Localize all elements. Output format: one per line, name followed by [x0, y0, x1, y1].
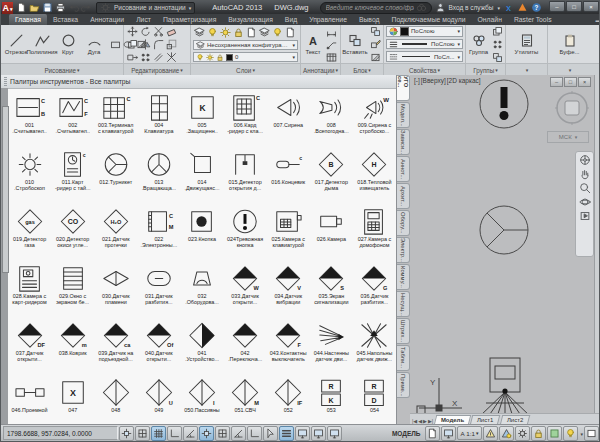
workspace-switcher[interactable]: Рисование и аннотации [96, 2, 195, 14]
draw-button-arc[interactable]: Дуга [81, 27, 107, 61]
palette-item-013[interactable]: 013 .Вращающа... [137, 149, 180, 206]
palette-tab-УГОсе[interactable]: УГО се... [397, 75, 410, 101]
erase-icon[interactable] [165, 25, 177, 37]
search-input[interactable] [324, 3, 416, 12]
palette-item-020[interactable]: CO020.Детектор окиси угле... [51, 206, 94, 263]
palette-item-044[interactable]: 044.Настенны датчик дви... [310, 320, 353, 377]
polar-toggle[interactable] [183, 426, 198, 441]
orbit-icon[interactable] [579, 196, 591, 208]
ribbon-tab-главная[interactable]: Главная [9, 14, 47, 25]
ribbon-tab-управление[interactable]: Управление [303, 14, 353, 25]
layout-quickview-button[interactable] [425, 426, 440, 441]
palette-item-010[interactable]: 010 .Стробоскоп [8, 149, 51, 206]
ribbon-tab-лист[interactable]: Лист [130, 14, 157, 25]
coordinates-display[interactable]: 1798.6688, 957.0284, 0.0000 [3, 426, 118, 440]
insert-icon[interactable] [491, 51, 503, 63]
palette-tab-Электр[interactable]: Электр... [397, 237, 410, 263]
hatch-icon[interactable] [369, 51, 381, 63]
ducs-toggle[interactable] [247, 426, 262, 441]
layer-config-dropdown[interactable]: Несохраненная конфигурация сло [193, 40, 298, 50]
leader-icon[interactable] [325, 38, 337, 50]
osnap3d-toggle[interactable] [215, 426, 230, 441]
palette-item-021[interactable]: H₂O021.Датчик протечки [94, 206, 137, 263]
palette-item-001[interactable]: CB001 .Считывател.. [8, 92, 51, 149]
drawing-quickview-button[interactable] [441, 426, 456, 441]
pan-hand-icon[interactable] [579, 168, 591, 180]
palette-item-023[interactable]: 023.Кнопка [180, 206, 223, 263]
copy-icon[interactable] [491, 25, 503, 37]
palette-item-039[interactable]: ca039.Датчик на подъездной... [94, 320, 137, 377]
palette-item-054[interactable]: RD054 [353, 377, 396, 424]
isolate-objects-button[interactable] [547, 426, 562, 441]
stretch-icon[interactable] [126, 51, 138, 63]
palette-item-042[interactable]: 042 .Переключа... [224, 320, 267, 377]
save-file-icon[interactable] [42, 2, 54, 13]
palette-item-038[interactable]: m038.Коврик [51, 320, 94, 377]
explode-icon[interactable] [165, 51, 177, 63]
palette-item-014[interactable]: 014 .Движущаяс... [180, 149, 223, 206]
close-button[interactable]: × [583, 1, 599, 12]
utilities-button[interactable]: Утилиты [514, 27, 540, 61]
sheet-icon[interactable] [245, 26, 257, 38]
app-logo-button[interactable]: A [2, 2, 13, 14]
viewport-visualstyle-control[interactable]: [2D каркас] [447, 77, 481, 84]
model-space-button[interactable]: МОДЕЛЬ [389, 430, 424, 437]
copy-icon[interactable] [126, 38, 138, 50]
palette-scrollbar[interactable] [1, 88, 8, 424]
signin-button[interactable]: Вход в службы [449, 4, 494, 11]
help-icon[interactable]: ? [531, 2, 542, 14]
bulb-icon[interactable] [206, 26, 218, 38]
ortho-toggle[interactable] [167, 426, 182, 441]
linetype-dropdown[interactable]: ПоСл... [386, 51, 463, 62]
mirror-icon[interactable] [139, 38, 151, 50]
palette-item-018[interactable]: H018.Тепловой извещатель [353, 149, 396, 206]
viewport-view-control[interactable]: [Вверху] [421, 77, 446, 84]
showmotion-icon[interactable] [579, 210, 591, 222]
palette-item-003[interactable]: C003.Терминал с клавиатурой [94, 92, 137, 149]
text-button[interactable]: A Текст [303, 27, 323, 61]
palette-tab-Табли[interactable]: Табли... [397, 345, 410, 371]
tool-palette-header[interactable]: Палитры инструментов - Все палитры [1, 75, 396, 89]
new-file-icon[interactable] [16, 2, 28, 13]
palette-item-009[interactable]: W009.Сирена с стробоско... [353, 92, 396, 149]
layerp-icon[interactable] [193, 26, 205, 38]
navigation-bar[interactable] [575, 151, 594, 257]
sheet-icon[interactable] [284, 26, 296, 38]
palette-tab-Комму[interactable]: Комму... [397, 264, 410, 290]
palette-item-026[interactable]: 026.Камера [310, 206, 353, 263]
move-icon[interactable] [126, 25, 138, 37]
snap-toggle[interactable] [135, 426, 150, 441]
palette-tab-Зависи[interactable]: Зависи... [397, 129, 410, 155]
turnstile-symbol-entity[interactable] [478, 204, 530, 256]
doc-close-button[interactable]: × [578, 77, 591, 87]
search-icon[interactable] [416, 2, 428, 14]
palette-item-036[interactable]: G036.Датчик разбития... [353, 263, 396, 320]
palette-item-030[interactable]: 030.Датчик пламени [94, 263, 137, 320]
insert-icon[interactable] [369, 25, 381, 37]
palette-tab-Архит[interactable]: Архит... [397, 183, 410, 209]
plot-icon[interactable] [55, 2, 67, 13]
doc-minimize-button[interactable]: – [550, 77, 563, 87]
draw-button-line[interactable]: Отрезок [3, 27, 29, 61]
lineweight-dropdown[interactable]: ПоСлою [386, 39, 463, 50]
doc-restore-button[interactable]: □ [564, 77, 577, 87]
steering-wheel-icon[interactable] [579, 154, 591, 166]
ribbon-tab-вставка[interactable]: Вставка [47, 14, 84, 25]
ribbon-tab-вывод[interactable]: Вывод [353, 14, 386, 25]
palette-item-002[interactable]: CF002 .Считывател.. [51, 92, 94, 149]
group-button[interactable]: Группа [468, 27, 489, 61]
array-icon[interactable] [139, 51, 151, 63]
lwt-toggle[interactable] [279, 426, 294, 441]
palette-item-028[interactable]: 028.Камера с карт-ридером [8, 263, 51, 320]
sc-toggle[interactable] [327, 426, 342, 441]
palette-item-015[interactable]: 015.Детектор открытия д... [224, 149, 267, 206]
rotate-icon[interactable] [139, 25, 151, 37]
ribbon-tab-подключаемые-модули[interactable]: Подключаемые модули [386, 14, 472, 25]
palette-item-011[interactable]: c011.Карт -ридер с тай... [51, 149, 94, 206]
trim-icon[interactable] [152, 25, 164, 37]
palette-item-053[interactable]: RK053 [310, 377, 353, 424]
palette-item-033[interactable]: W033.Датчик открыти... [224, 263, 267, 320]
palette-item-012[interactable]: 012.Турникет [94, 149, 137, 206]
table-icon[interactable] [325, 51, 337, 63]
clean-screen-button[interactable] [584, 426, 599, 441]
